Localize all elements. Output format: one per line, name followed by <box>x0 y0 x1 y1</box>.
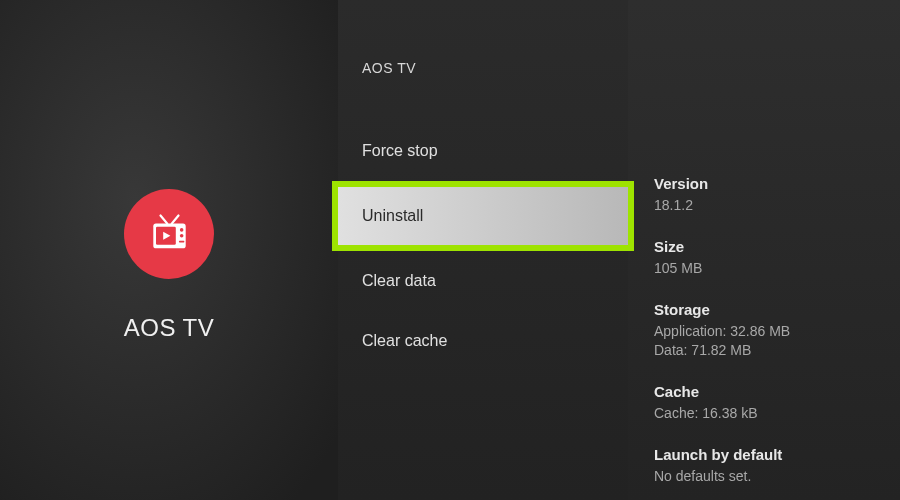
svg-line-0 <box>160 216 167 224</box>
launch-block: Launch by default No defaults set. <box>654 446 900 485</box>
uninstall-button[interactable]: Uninstall <box>338 187 628 245</box>
details-panel: Version 18.1.2 Size 105 MB Storage Appli… <box>628 0 900 500</box>
actions-panel: AOS TV Force stop Uninstall Clear data C… <box>338 0 628 500</box>
svg-rect-7 <box>178 241 183 243</box>
size-block: Size 105 MB <box>654 238 900 277</box>
size-value: 105 MB <box>654 259 900 277</box>
storage-block: Storage Application: 32.86 MB Data: 71.8… <box>654 301 900 358</box>
version-block: Version 18.1.2 <box>654 175 900 214</box>
cache-label: Cache <box>654 383 900 400</box>
storage-app-value: Application: 32.86 MB <box>654 322 900 340</box>
clear-data-button[interactable]: Clear data <box>338 251 628 311</box>
svg-line-1 <box>171 216 178 224</box>
app-settings-screen: AOS TV AOS TV Force stop Uninstall Clear… <box>0 0 900 500</box>
cache-block: Cache Cache: 16.38 kB <box>654 383 900 422</box>
app-identity-panel: AOS TV <box>0 0 338 500</box>
storage-label: Storage <box>654 301 900 318</box>
svg-point-6 <box>179 234 183 238</box>
app-name-label: AOS TV <box>124 314 215 342</box>
clear-cache-button[interactable]: Clear cache <box>338 311 628 371</box>
action-list: Force stop Uninstall Clear data Clear ca… <box>338 121 628 371</box>
size-label: Size <box>654 238 900 255</box>
tv-icon <box>147 211 192 256</box>
storage-data-value: Data: 71.82 MB <box>654 341 900 359</box>
panel-title: AOS TV <box>338 0 628 76</box>
selection-highlight: Uninstall <box>332 181 634 251</box>
launch-value: No defaults set. <box>654 467 900 485</box>
version-value: 18.1.2 <box>654 196 900 214</box>
svg-point-5 <box>179 228 183 232</box>
launch-label: Launch by default <box>654 446 900 463</box>
version-label: Version <box>654 175 900 192</box>
force-stop-button[interactable]: Force stop <box>338 121 628 181</box>
app-icon <box>124 189 214 279</box>
cache-value: Cache: 16.38 kB <box>654 404 900 422</box>
